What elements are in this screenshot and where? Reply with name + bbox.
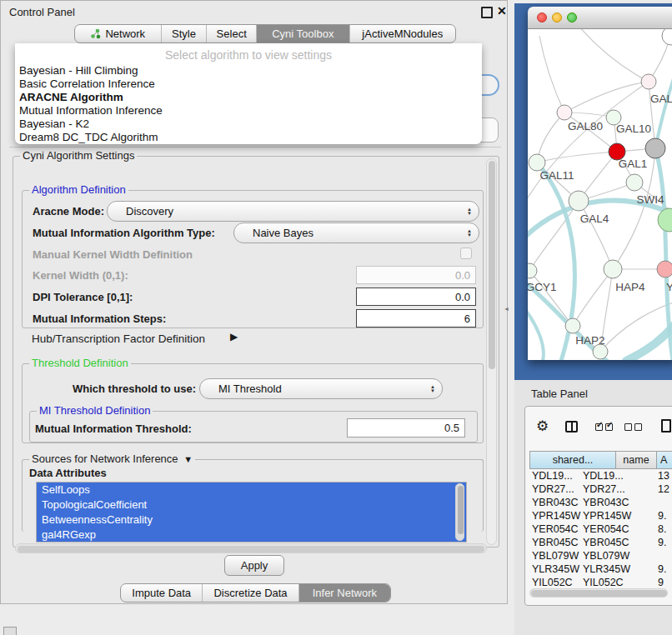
table-cell: YLR345W — [532, 562, 579, 576]
table-row[interactable]: YDL19...YDL19...13 — [529, 469, 672, 482]
network-node-swi4[interactable] — [626, 174, 643, 191]
hub-definition-label[interactable]: Hub/Transcription Factor Definition — [32, 332, 205, 345]
select-all-icon[interactable]: ✓ — [595, 423, 603, 431]
network-node-label: Y — [666, 281, 672, 293]
table-row[interactable]: YBR045CYBR045C9. — [529, 536, 672, 549]
tab-jactivemnodules-label: jActiveMNodules — [362, 28, 443, 40]
combo-stepper-icon: ▲▼ — [460, 202, 479, 221]
attributes-vertical-scrollbar[interactable] — [455, 483, 464, 541]
algorithm-popup-item[interactable]: Basic Correlation Inference — [15, 78, 482, 91]
apply-button[interactable]: Apply — [224, 555, 284, 576]
algorithm-popup-item[interactable]: Bayesian - K2 — [15, 118, 482, 131]
network-edge-highlighted — [626, 321, 672, 360]
manual-kernel-checkbox[interactable] — [460, 248, 472, 259]
network-edge — [578, 29, 649, 82]
tab-select[interactable]: Select — [207, 25, 257, 42]
sources-title-text: Sources for Network Inference — [32, 452, 178, 465]
algorithm-popup-item[interactable]: Bayesian - Hill Climbing — [15, 64, 482, 78]
network-node-gal80[interactable] — [557, 105, 572, 120]
table-cell: 12 — [658, 482, 669, 496]
network-node-y[interactable] — [657, 261, 672, 278]
combo-stepper-icon: ▲▼ — [424, 379, 442, 398]
network-node[interactable] — [662, 29, 672, 45]
table-row[interactable]: YBR043CYBR043C — [529, 496, 672, 509]
mi-steps-field[interactable]: 6 — [356, 309, 476, 328]
table-cell: YBR043C — [532, 496, 579, 509]
tab-network[interactable]: Network — [75, 25, 162, 42]
aracne-mode-combo[interactable]: Discovery ▲▼ — [107, 201, 479, 222]
sources-title[interactable]: Sources for Network Inference ▼ — [29, 452, 195, 465]
network-node-hap2[interactable] — [565, 318, 580, 333]
tab-impute-data[interactable]: Impute Data — [121, 584, 203, 602]
algorithm-popup-item[interactable]: Dream8 DC_TDC Algorithm — [15, 131, 482, 144]
network-node[interactable] — [658, 208, 672, 232]
screen: { "colors": { "selection_blue": "#3e6fd8… — [0, 0, 672, 635]
tab-jactivemnodules[interactable]: jActiveMNodules — [350, 25, 455, 42]
panel-divider — [9, 147, 501, 148]
mi-threshold-field[interactable]: 0.5 — [347, 418, 465, 438]
settings-vertical-scrollbar[interactable] — [486, 158, 497, 545]
network-node-gal11[interactable] — [529, 154, 545, 171]
table-horizontal-scrollbar-thumb[interactable] — [531, 590, 667, 597]
zoom-traffic-light[interactable] — [567, 12, 577, 22]
network-node-label: GAL11 — [539, 169, 574, 182]
sources-collapse-icon[interactable]: ▼ — [181, 454, 193, 464]
which-threshold-combo[interactable]: MI Threshold ▲▼ — [199, 378, 443, 399]
threshold-definition-title: Threshold Definition — [29, 357, 131, 369]
data-attribute-item[interactable]: gal4RGexp — [37, 528, 466, 542]
tab-cyni-toolbox[interactable]: Cyni Toolbox — [257, 25, 350, 42]
tab-select-label: Select — [217, 28, 247, 40]
table-settings-gear-icon[interactable]: ⚙ — [536, 418, 549, 435]
network-node-gal[interactable] — [641, 74, 656, 89]
column-header-name[interactable]: name — [615, 451, 657, 469]
panel-splitter-collapse-icon[interactable]: ◄ — [504, 306, 509, 312]
network-window-titlebar[interactable] — [528, 7, 672, 29]
column-header-third[interactable]: A — [656, 451, 672, 469]
table-columns-icon[interactable] — [565, 421, 578, 432]
close-window-icon[interactable]: ✕ — [497, 4, 507, 18]
tab-infer-network[interactable]: Infer Network — [299, 584, 390, 602]
minimize-traffic-light[interactable] — [552, 12, 562, 22]
hub-expand-icon[interactable]: ▶ — [230, 331, 238, 342]
algorithm-popup-item[interactable]: ARACNE Algorithm — [15, 91, 482, 104]
minimized-panel-icon[interactable] — [3, 627, 17, 635]
float-window-icon[interactable] — [481, 7, 493, 18]
select-all-icon-2[interactable]: ✓ — [605, 423, 613, 431]
settings-vertical-scrollbar-thumb[interactable] — [489, 161, 495, 369]
tab-style[interactable]: Style — [162, 25, 208, 42]
table-row[interactable]: YER054CYER054C8. — [529, 522, 672, 536]
data-attribute-item[interactable]: TopologicalCoefficient — [37, 498, 466, 512]
settings-horizontal-scrollbar[interactable] — [15, 543, 487, 553]
network-node-label: GAL1 — [619, 158, 648, 170]
network-node[interactable] — [593, 344, 608, 359]
network-view-window[interactable]: GALGAL80GAL10GAL1GAL11SWI4GAL4GCY1HAP4YH… — [528, 7, 672, 360]
network-node-gcy1[interactable] — [528, 263, 537, 278]
new-table-icon[interactable] — [661, 419, 671, 432]
deselect-all-icon-2[interactable] — [634, 423, 642, 431]
deselect-all-icon[interactable] — [624, 423, 632, 431]
attributes-scrollbar-thumb[interactable] — [458, 486, 464, 534]
network-canvas[interactable]: GALGAL80GAL10GAL1GAL11SWI4GAL4GCY1HAP4YH… — [528, 29, 672, 360]
network-node-gal4[interactable] — [569, 191, 589, 211]
table-row[interactable]: YLR345WYLR345W9. — [529, 562, 672, 576]
network-node-hap4[interactable] — [604, 260, 622, 278]
kernel-width-label: Kernel Width (0,1): — [33, 269, 128, 282]
network-node[interactable] — [645, 138, 665, 158]
dpi-tolerance-field[interactable]: 0.0 — [356, 288, 476, 306]
kernel-width-field[interactable]: 0.0 — [356, 266, 476, 284]
settings-horizontal-scrollbar-thumb[interactable] — [18, 546, 484, 552]
column-header-shared[interactable]: shared... — [529, 451, 616, 469]
close-traffic-light[interactable] — [537, 12, 547, 22]
data-attribute-item[interactable]: BetweennessCentrality — [37, 512, 466, 528]
tab-discretize-data[interactable]: Discretize Data — [203, 584, 298, 602]
data-attribute-item[interactable]: SelfLoops — [37, 482, 466, 498]
table-horizontal-scrollbar[interactable] — [529, 588, 668, 598]
mi-type-combo[interactable]: Naive Bayes ▲▼ — [233, 222, 479, 243]
table-row[interactable]: YBL079WYBL079W — [529, 549, 672, 562]
algorithm-popup-item[interactable]: Mutual Information Inference — [15, 104, 482, 118]
table-row[interactable]: YDR27...YDR27...12 — [529, 482, 672, 496]
network-node-label: GAL80 — [568, 120, 603, 132]
table-row[interactable]: YPR145WYPR145W9. — [529, 509, 672, 522]
table-row[interactable]: YIL052CYIL052C9 — [529, 576, 672, 589]
aracne-mode-label: Aracne Mode: — [33, 205, 104, 218]
